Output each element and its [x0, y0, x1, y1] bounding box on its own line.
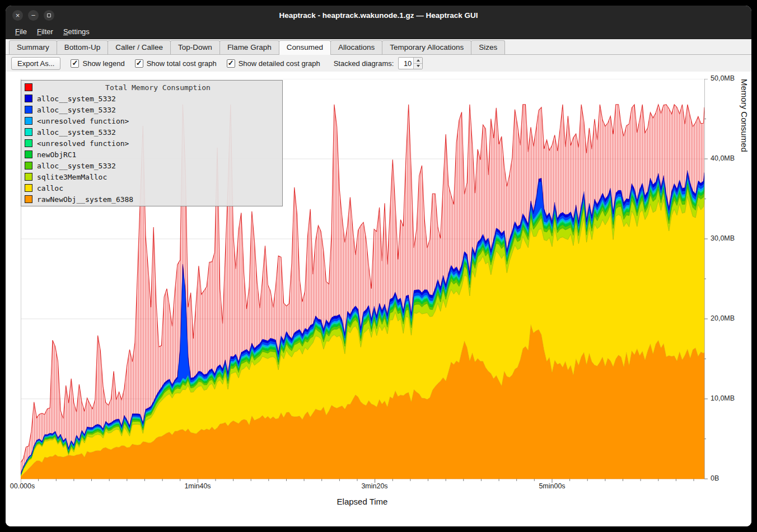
tab-bottom-up[interactable]: Bottom-Up — [57, 40, 109, 54]
legend-entry: alloc__system_5332 — [21, 160, 282, 171]
y-axis-tick-label: 40,0MB — [711, 154, 742, 162]
x-axis-tick-label: 1min40s — [184, 482, 211, 490]
legend-swatch — [25, 106, 32, 114]
minimize-icon: − — [31, 12, 36, 19]
chevron-down-icon — [417, 65, 420, 67]
tab-sizes[interactable]: Sizes — [471, 40, 505, 54]
legend-label: <unresolved function> — [37, 139, 129, 148]
legend-entry: newObjRC1 — [21, 149, 282, 160]
legend-entry: rawNewObj__system_6388 — [21, 194, 282, 205]
checkbox-label: Show legend — [82, 59, 124, 68]
legend-label: rawNewObj__system_6388 — [37, 195, 133, 204]
tab-temporary-allocations[interactable]: Temporary Allocations — [382, 40, 471, 54]
chevron-up-icon — [417, 59, 420, 62]
legend-label: <unresolved function> — [37, 117, 129, 125]
y-axis-tick-label: 0B — [711, 474, 742, 482]
menu-file[interactable]: File — [10, 25, 32, 38]
legend-entry: alloc__system_5332 — [21, 93, 282, 104]
legend-swatch — [25, 128, 32, 136]
y-axis-tick-label: 20,0MB — [711, 314, 742, 322]
tab-bar: Summary Bottom-Up Caller / Callee Top-Do… — [6, 39, 751, 55]
legend-swatch — [25, 83, 32, 91]
legend-swatch — [25, 195, 32, 203]
x-axis-tick-label: 5min00s — [539, 482, 565, 490]
checkbox-check-icon — [135, 59, 143, 68]
chart-area: Total Memory Consumption alloc__system_5… — [6, 72, 751, 526]
toolbar: Export As... Show legend Show total cost… — [6, 55, 751, 72]
legend-title: Total Memory Consumption — [37, 83, 279, 92]
legend-label: alloc__system_5332 — [37, 128, 116, 136]
maximize-icon — [47, 13, 51, 17]
legend-entry: <unresolved function> — [21, 115, 282, 126]
stacked-diagrams-label: Stacked diagrams: — [334, 59, 394, 68]
window-controls: × − — [12, 6, 54, 25]
show-total-cost-graph-checkbox[interactable]: Show total cost graph — [135, 59, 217, 68]
tab-top-down[interactable]: Top-Down — [170, 40, 220, 54]
legend-swatch — [25, 117, 32, 125]
x-axis-label: Elapsed Time — [337, 497, 388, 506]
spinbox-buttons — [413, 58, 422, 69]
y-axis-tick-label: 30,0MB — [711, 234, 742, 242]
export-as-button[interactable]: Export As... — [11, 57, 60, 70]
show-legend-checkbox[interactable]: Show legend — [71, 59, 124, 68]
checkbox-label: Show detailed cost graph — [239, 59, 320, 68]
y-axis-label: Memory Consumed — [740, 79, 749, 479]
legend-swatch — [25, 139, 32, 147]
legend-label: calloc — [37, 184, 63, 192]
legend-entry: calloc — [21, 182, 282, 194]
window-title: Heaptrack - heaptrack.wakunode.1.gz — He… — [6, 11, 751, 20]
legend-label: alloc__system_5332 — [37, 95, 116, 103]
tab-summary[interactable]: Summary — [9, 40, 57, 54]
x-axis-tick-label: 00.000s — [10, 482, 35, 490]
y-axis-tick-label: 10,0MB — [711, 394, 742, 402]
legend-label: sqlite3MemMalloc — [37, 173, 107, 181]
checkbox-label: Show total cost graph — [147, 59, 217, 68]
spinbox-value: 10 — [399, 58, 413, 69]
close-icon: × — [16, 12, 20, 19]
heaptrack-window: × − Heaptrack - heaptrack.wakunode.1.gz … — [6, 6, 751, 526]
legend-swatch — [25, 150, 32, 158]
tab-consumed[interactable]: Consumed — [279, 40, 331, 55]
spin-up-button[interactable] — [414, 58, 422, 64]
stacked-diagrams-spinbox[interactable]: 10 — [398, 57, 423, 69]
minimize-button[interactable]: − — [28, 10, 39, 21]
legend-entry: alloc__system_5332 — [21, 126, 282, 138]
show-detailed-cost-graph-checkbox[interactable]: Show detailed cost graph — [227, 59, 320, 68]
legend-label: alloc__system_5332 — [37, 162, 116, 170]
legend-swatch — [25, 173, 32, 181]
checkbox-check-icon — [227, 59, 235, 68]
legend-swatch — [25, 95, 32, 102]
legend-entry: sqlite3MemMalloc — [21, 171, 282, 182]
close-button[interactable]: × — [12, 10, 23, 21]
tab-caller-callee[interactable]: Caller / Callee — [108, 40, 171, 54]
tab-flame-graph[interactable]: Flame Graph — [219, 40, 279, 54]
spin-down-button[interactable] — [414, 64, 422, 69]
titlebar: × − Heaptrack - heaptrack.wakunode.1.gz … — [6, 6, 751, 25]
maximize-button[interactable] — [44, 10, 54, 21]
legend-swatch — [25, 184, 32, 192]
tab-allocations[interactable]: Allocations — [330, 40, 382, 54]
checkbox-check-icon — [71, 59, 79, 68]
chart-legend: Total Memory Consumption alloc__system_5… — [21, 80, 283, 206]
legend-label: newObjRC1 — [37, 150, 76, 159]
menubar: File Filter Settings — [6, 25, 751, 39]
legend-title-row: Total Memory Consumption — [21, 82, 282, 93]
legend-entry: alloc__system_5332 — [21, 104, 282, 115]
x-axis-tick-label: 3min20s — [361, 482, 387, 490]
menu-settings[interactable]: Settings — [58, 25, 95, 38]
legend-entry: <unresolved function> — [21, 138, 282, 149]
menu-filter[interactable]: Filter — [32, 25, 58, 38]
legend-label: alloc__system_5332 — [37, 106, 116, 114]
y-axis-tick-label: 50,0MB — [711, 74, 742, 82]
legend-swatch — [25, 162, 32, 170]
